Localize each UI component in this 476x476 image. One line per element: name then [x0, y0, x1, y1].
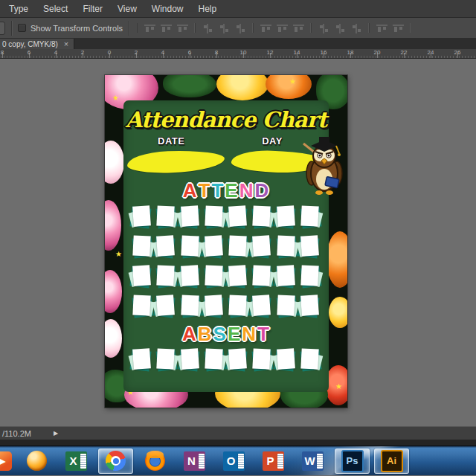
attendance-square [301, 295, 319, 316]
flower-decoration [216, 75, 268, 100]
distribute-top-edges-icon[interactable] [260, 23, 271, 33]
align-bottom-edges-icon[interactable] [177, 23, 188, 33]
taskbar-word-icon[interactable]: W [295, 446, 330, 476]
taskbar-powerpoint-icon[interactable]: P [256, 446, 291, 476]
leaf-decoration [163, 75, 216, 97]
3d-mode-icon[interactable] [393, 23, 404, 33]
tool-preset-partial-icon[interactable] [0, 22, 5, 35]
menu-window[interactable]: Window [144, 4, 191, 14]
taskbar-illustrator-icon[interactable]: Ai [374, 448, 409, 474]
letter: D [254, 180, 269, 202]
attendance-square [157, 349, 175, 370]
letter: T [199, 180, 211, 202]
letter: A [182, 324, 197, 345]
menu-help[interactable]: Help [191, 4, 225, 14]
attendance-square [157, 295, 175, 316]
owl-graduate-illustration [300, 135, 347, 197]
separator [11, 21, 12, 36]
tab-close-icon[interactable]: × [64, 40, 68, 48]
taskbar-orange-ball-app-icon[interactable] [19, 446, 54, 476]
align-horizontal-centers-icon[interactable] [219, 23, 230, 33]
alignment-buttons [137, 23, 411, 33]
ruler-label: 6 [28, 49, 30, 56]
firefox-logo [145, 451, 165, 471]
distribute-bottom-edges-icon[interactable] [293, 23, 304, 33]
taskbar-onenote-icon[interactable]: N [177, 446, 212, 476]
flower-decoration [105, 270, 122, 313]
menu-filter[interactable]: Filter [75, 4, 110, 14]
document-tab[interactable]: 0 copy, CMYK/8) × [0, 39, 74, 49]
document-tab-title: 0 copy, CMYK/8) [2, 40, 58, 48]
icon-group [369, 23, 411, 33]
taskbar-chrome-icon[interactable] [98, 448, 133, 474]
taskbar-photoshop-icon[interactable]: Ps [335, 448, 370, 474]
date-brush-stroke [127, 149, 225, 175]
attendance-square [133, 295, 151, 316]
distribute-right-edges-icon[interactable] [351, 23, 362, 33]
menu-type[interactable]: Type [1, 4, 36, 14]
separator [129, 21, 129, 36]
menu-view[interactable]: View [110, 4, 144, 14]
attendance-square [205, 349, 223, 370]
ruler-label: 8 [215, 49, 218, 56]
attendance-square [253, 349, 271, 370]
show-transform-controls-option[interactable]: Show Transform Controls [18, 24, 123, 33]
attendance-square [277, 295, 295, 316]
attendance-square [133, 349, 151, 370]
document-canvas[interactable]: ★ ★ ★ ★ ★ ★ Attendance Chart DATE DAY AT… [105, 75, 347, 408]
flower-decoration [105, 141, 124, 184]
attendance-square [253, 295, 271, 316]
icon-group [195, 23, 253, 33]
ruler-label: 6 [188, 49, 191, 56]
align-left-edges-icon[interactable] [202, 23, 213, 33]
taskbar-media-player-icon[interactable]: ▶ [0, 446, 15, 476]
document-size-text: /110.2M [2, 429, 31, 438]
attendance-square [181, 206, 199, 227]
date-day-row: DATE DAY [123, 135, 329, 147]
attendance-chart-panel: Attendance Chart DATE DAY ATTEND ABSENT [123, 100, 329, 392]
attendance-square [157, 236, 175, 257]
distribute-left-edges-icon[interactable] [318, 23, 329, 33]
letter: N [242, 324, 257, 345]
day-label: DAY [262, 135, 283, 147]
letter: E [228, 324, 241, 345]
photoshop-window: TypeSelectFilterViewWindowHelp Show Tran… [0, 0, 476, 476]
letter: A [183, 180, 198, 202]
taskbar-outlook-icon[interactable]: O [216, 446, 251, 476]
media-player-logo: ▶ [0, 451, 12, 471]
align-right-edges-icon[interactable] [235, 23, 246, 33]
attendance-square [301, 236, 319, 257]
attendance-square [133, 266, 151, 286]
absent-heading: ABSENT [123, 324, 329, 345]
distribute-horizontal-centers-icon[interactable] [335, 23, 346, 33]
align-top-edges-icon[interactable] [144, 23, 155, 33]
attendance-square [277, 236, 295, 257]
attendance-square [229, 266, 247, 286]
taskbar-excel-icon[interactable]: X [59, 446, 94, 476]
attendance-square [181, 266, 199, 286]
menu-select[interactable]: Select [36, 4, 75, 14]
align-vertical-centers-icon[interactable] [161, 23, 172, 33]
distribute-vertical-centers-icon[interactable] [277, 23, 288, 33]
tool-options-bar: Show Transform Controls [0, 18, 476, 39]
attendance-square [301, 266, 319, 286]
attendance-square [133, 236, 151, 257]
outlook-logo: O [223, 451, 245, 471]
ruler-label: 10 [240, 49, 247, 56]
auto-align-layers-icon[interactable] [376, 23, 387, 33]
attendance-square [205, 236, 223, 257]
attendance-square [229, 236, 247, 257]
status-menu-arrow-icon[interactable]: ▶ [54, 430, 58, 437]
show-transform-controls-checkbox[interactable] [18, 24, 26, 32]
star-decoration: ★ [289, 78, 296, 86]
horizontal-ruler[interactable]: 864202468101214161820222426 [0, 49, 476, 59]
menu-bar: TypeSelectFilterViewWindowHelp [0, 0, 476, 18]
attendance-square [277, 206, 295, 227]
taskbar-firefox-icon[interactable] [138, 446, 173, 476]
attendance-square [157, 206, 175, 227]
ruler-label: 14 [294, 49, 300, 56]
attendance-square [229, 295, 247, 316]
flower-decoration [329, 297, 347, 328]
show-transform-controls-label: Show Transform Controls [30, 24, 123, 33]
ruler-label: 2 [135, 49, 138, 56]
